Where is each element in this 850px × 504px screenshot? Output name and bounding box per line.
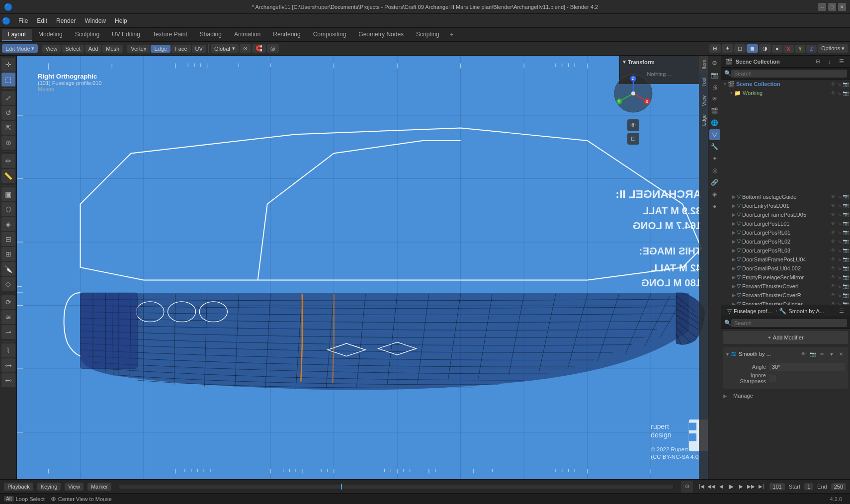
viewport-shading-material[interactable]: ◑ (759, 44, 771, 53)
vis-btn[interactable]: 👁 (830, 203, 836, 208)
tab-rendering[interactable]: Rendering (267, 29, 306, 41)
prev-keyframe-btn[interactable]: ◀◀ (707, 482, 716, 491)
bevel-tool[interactable]: ◈ (1, 217, 15, 231)
add-menu[interactable]: Add (85, 45, 102, 53)
ignore-sharpness-checkbox[interactable] (769, 375, 776, 382)
navigation-gizmo[interactable]: Z X Y (613, 74, 653, 145)
vis-btn[interactable]: 👁 (830, 265, 836, 271)
perspective-toggle-btn[interactable]: 👁 (627, 119, 639, 131)
outliner-scene-collection[interactable]: ▾ 🎬 Scene Collection 👁 ↘ 📷 (721, 80, 850, 88)
tab-shading[interactable]: Shading (194, 29, 228, 41)
slide-tool[interactable]: ⊸ (1, 325, 15, 339)
face-mode-btn[interactable]: Face (171, 45, 190, 53)
vis-btn[interactable]: 👁 (830, 256, 836, 262)
vis-btn[interactable]: 👁 (830, 292, 836, 298)
inset-tool[interactable]: ⬡ (1, 202, 15, 216)
render-btn[interactable]: 📷 (842, 292, 849, 298)
tab-animation[interactable]: Animation (228, 29, 266, 41)
sidebar-icon-object[interactable]: ▽ (709, 129, 720, 140)
outliner-item-doorentryposlu01[interactable]: ▶▽DoorEntryPosLU01👁↘📷 (721, 201, 850, 210)
home-btn[interactable]: ⊙ (681, 481, 693, 493)
jump-end-btn[interactable]: ▶| (757, 482, 765, 491)
offset-edge-tool[interactable]: ⊞ (1, 247, 15, 261)
outliner-sort-btn[interactable]: ↕ (825, 57, 834, 66)
keying-menu[interactable]: Keying (37, 483, 61, 491)
snap-toggle[interactable]: 🧲 (252, 44, 266, 53)
current-frame-display[interactable]: 101 (769, 483, 784, 490)
vis-btn[interactable]: 👁 (830, 239, 836, 244)
working-render-icon[interactable]: 📷 (842, 90, 849, 96)
select-btn[interactable]: ↘ (837, 274, 842, 280)
edge-mode-btn[interactable]: Edge (151, 45, 170, 53)
select-btn[interactable]: ↘ (837, 230, 842, 235)
overlay-btn[interactable]: ⊞ (709, 44, 721, 53)
axis-x[interactable]: X (783, 45, 794, 53)
item-tab[interactable]: Item (699, 56, 708, 73)
angle-value[interactable]: 30° (769, 363, 845, 371)
prop-search-input[interactable] (731, 319, 847, 327)
outliner-item-doorlargeposrl01[interactable]: ▶▽DoorLargePosRL01👁↘📷 (721, 228, 850, 237)
play-btn[interactable]: ▶ (727, 482, 736, 491)
sidebar-icon-material[interactable]: ● (709, 201, 720, 212)
modifier-smooth-header[interactable]: ▾ ≋ Smooth by ... 👁 📷 ✏ ▼ ✕ (723, 347, 848, 361)
menu-help[interactable]: Help (111, 16, 131, 26)
orthographic-toggle-btn[interactable]: ⊡ (627, 133, 639, 145)
sidebar-icon-properties[interactable]: ⚙ (709, 58, 720, 69)
outliner-item-emptyfuselagesecmirror[interactable]: ▶▽EmptyFuselageSecMirror👁↘📷 (721, 273, 850, 282)
manage-button[interactable]: Manage (729, 392, 757, 400)
end-frame-display[interactable]: 250 (831, 483, 846, 490)
tab-sculpting[interactable]: Sculpting (69, 29, 105, 41)
outliner-item-doorlargeposll01[interactable]: ▶▽DoorLargePosLL01👁↘📷 (721, 219, 850, 228)
knife-tool[interactable]: 🔪 (1, 262, 15, 276)
proportional-edit[interactable]: ◎ (267, 44, 279, 53)
outliner-working-collection[interactable]: ▾ 📁 Working 👁 ↘ 📷 (721, 88, 850, 97)
viewport[interactable]: ARCHANGEL II: 32.9 M TALL 164.7 M LONG T… (17, 56, 708, 479)
sidebar-icon-data[interactable]: ◈ (709, 189, 720, 200)
outliner-filter-btn[interactable]: ⊟ (813, 57, 822, 66)
move-tool[interactable]: ⤢ (1, 91, 15, 105)
select-btn[interactable]: ↘ (837, 283, 842, 289)
menu-file[interactable]: File (14, 16, 32, 26)
outliner-item-doorsmallframeposlu04[interactable]: ▶▽DoorSmallFramePosLU04👁↘📷 (721, 255, 850, 264)
loop-cut-tool[interactable]: ⊟ (1, 232, 15, 246)
transform-tool[interactable]: ⊕ (1, 136, 15, 150)
smooth-tool[interactable]: ≋ (1, 310, 15, 324)
prev-frame-btn[interactable]: ◀ (717, 482, 726, 491)
tab-scripting[interactable]: Scripting (410, 29, 445, 41)
outliner-item-forwardthrustercoverl[interactable]: ▶▽ForwardThrusterCoverL👁↘📷 (721, 282, 850, 291)
scene-select-icon[interactable]: ↘ (837, 82, 842, 87)
tab-texture-paint[interactable]: Texture Paint (147, 29, 193, 41)
playback-menu[interactable]: Playback (4, 483, 33, 491)
scene-vis-icon[interactable]: 👁 (830, 82, 836, 87)
scene-render-icon[interactable]: 📷 (842, 82, 849, 87)
render-btn[interactable]: 📷 (842, 194, 849, 199)
marker-menu[interactable]: Marker (87, 483, 111, 491)
select-btn[interactable]: ↘ (837, 248, 842, 253)
mesh-menu[interactable]: Mesh (102, 45, 123, 53)
outliner-item-doorsmallposlu04-002[interactable]: ▶▽DoorSmallPosLU04.002👁↘📷 (721, 264, 850, 273)
render-btn[interactable]: 📷 (842, 203, 849, 208)
scale-tool[interactable]: ⇱ (1, 121, 15, 135)
select-btn[interactable]: ↘ (837, 212, 842, 217)
view-menu-timeline[interactable]: View (65, 483, 84, 491)
modifier-delete-btn[interactable]: ✕ (837, 350, 845, 358)
mode-dropdown[interactable]: Edit Mode ▾ (2, 44, 38, 53)
annotate-tool[interactable]: ✏ (1, 154, 15, 168)
viewport-shading-solid[interactable]: ◼ (747, 44, 758, 53)
sidebar-icon-world[interactable]: 🌐 (709, 117, 720, 128)
sidebar-icon-render[interactable]: 📷 (709, 70, 720, 81)
vis-btn[interactable]: 👁 (830, 301, 836, 305)
render-btn[interactable]: 📷 (842, 212, 849, 217)
outliner-options-btn[interactable]: ☰ (837, 57, 846, 66)
vis-btn[interactable]: 👁 (830, 212, 836, 217)
push-pull-tool[interactable]: ⊷ (1, 373, 15, 387)
maximize-button[interactable]: □ (828, 3, 836, 11)
gizmo-btn[interactable]: ✦ (722, 44, 733, 53)
modifier-apply-btn[interactable]: ▼ (828, 350, 836, 358)
sidebar-icon-physics[interactable]: ◎ (709, 165, 720, 176)
outliner-item-forwardthrustercoverr[interactable]: ▶▽ForwardThrusterCoverR👁↘📷 (721, 291, 850, 300)
outliner-item-forwardthrustercylinder[interactable]: ▶▽ForwardThrusterCylinder👁↘📷 (721, 300, 850, 305)
select-btn[interactable]: ↘ (837, 256, 842, 262)
menu-window[interactable]: Window (81, 16, 110, 26)
add-modifier-button[interactable]: + Add Modifier (723, 331, 848, 344)
